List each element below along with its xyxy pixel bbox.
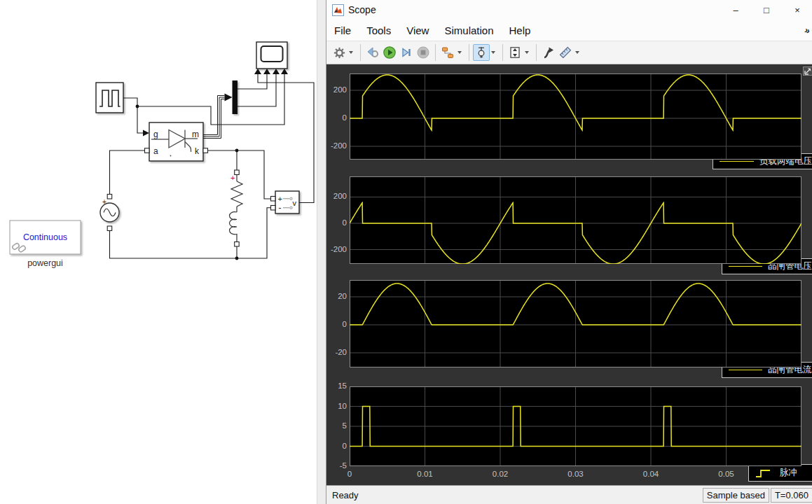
window-title: Scope xyxy=(348,4,376,15)
ac-voltage-source-block[interactable]: + xyxy=(100,195,119,231)
menubar: File Tools View Simulation Help xyxy=(326,20,812,41)
legend-step-icon xyxy=(755,468,773,479)
page: g m a k + xyxy=(0,0,812,504)
scope-plot-3[interactable] xyxy=(350,280,801,368)
legend-line-sample xyxy=(720,161,754,162)
stop-icon[interactable] xyxy=(415,44,432,61)
scope-display-area[interactable]: 负载两端电压 晶闸管电压 晶闸管电流 脉冲 2000-2002000-20020… xyxy=(326,64,812,485)
y-tick-label: 5 xyxy=(326,421,347,430)
legend-line-sample xyxy=(729,370,762,370)
model-pane-edge xyxy=(317,0,326,504)
legend-label: 脉冲 xyxy=(780,467,797,479)
vm-label-minus: - xyxy=(279,203,282,213)
trigger-icon[interactable] xyxy=(473,44,490,61)
y-tick-label: 0 xyxy=(326,320,347,328)
toolbar xyxy=(326,41,812,64)
port-label-k: k xyxy=(195,146,200,156)
measurements-dropdown-arrow[interactable] xyxy=(575,51,579,54)
menu-view[interactable]: View xyxy=(399,22,436,38)
vm-minus-port xyxy=(271,206,276,211)
source-polarity-plus: + xyxy=(102,198,106,206)
simulink-model-canvas[interactable]: g m a k + xyxy=(0,0,326,504)
trigger-dropdown-arrow[interactable] xyxy=(491,51,495,54)
scope-plot-1[interactable] xyxy=(350,74,801,160)
y-tick-label: 0 xyxy=(326,218,347,227)
scope-block[interactable] xyxy=(254,42,288,74)
demux-input-arrow xyxy=(225,94,233,102)
x-tick-label: 0.03 xyxy=(560,470,591,478)
titlebar[interactable]: Scope – □ × xyxy=(326,0,812,20)
legend-line-sample xyxy=(729,266,762,267)
thyristor-block[interactable]: g m a k xyxy=(143,122,208,161)
y-tick-label: 200 xyxy=(326,192,347,200)
powergui-label: powergui xyxy=(27,258,63,268)
rlc-bottom-port xyxy=(235,242,240,247)
vm-label-v: v xyxy=(293,199,297,207)
scope-screen-icon xyxy=(261,46,283,62)
toolbar-separator xyxy=(536,44,537,61)
toolbar-separator xyxy=(360,44,361,61)
run-icon[interactable] xyxy=(381,44,398,61)
y-tick-label: -200 xyxy=(326,141,347,150)
close-button[interactable]: × xyxy=(782,0,812,20)
maximize-button[interactable]: □ xyxy=(751,0,782,20)
x-tick-label: 0.01 xyxy=(410,470,441,478)
menu-tools[interactable]: Tools xyxy=(359,22,399,38)
vm-label-plus: + xyxy=(278,195,282,203)
series-rlc-branch-block[interactable]: + xyxy=(230,170,243,246)
y-tick-label: 0 xyxy=(326,113,347,122)
toolbar-separator xyxy=(502,44,503,61)
menu-file[interactable]: File xyxy=(326,22,359,38)
port-label-g: g xyxy=(153,130,158,139)
y-tick-label: -20 xyxy=(326,348,347,356)
pulse-generator-block[interactable] xyxy=(96,83,123,113)
status-text: Ready xyxy=(332,490,701,500)
status-sim-time: T=0.060 xyxy=(771,488,812,503)
rlc-top-port xyxy=(235,170,240,175)
measurements-ruler-icon[interactable] xyxy=(557,44,574,61)
port-label-m: m xyxy=(192,130,199,139)
y-tick-label: 200 xyxy=(326,85,347,94)
vector-signal-bundle xyxy=(203,96,225,139)
resistor-inductor-icon xyxy=(230,175,243,242)
toolbar-separator xyxy=(435,44,436,61)
y-tick-label: 20 xyxy=(326,292,347,300)
anode-port xyxy=(145,148,150,153)
signal-wires xyxy=(110,74,315,258)
scope-input-ports xyxy=(254,69,288,74)
demux-block[interactable] xyxy=(225,80,238,114)
port-label-a: a xyxy=(153,146,158,156)
menu-simulation[interactable]: Simulation xyxy=(436,22,501,38)
legend-pulse[interactable]: 脉冲 xyxy=(748,464,812,482)
y-tick-label: 10 xyxy=(326,402,347,410)
expand-axes-icon[interactable] xyxy=(803,66,812,76)
step-forward-icon[interactable] xyxy=(398,44,415,61)
gate-input-arrow xyxy=(143,130,149,136)
scope-plot-4[interactable] xyxy=(350,386,801,466)
signal-arrow-icon[interactable] xyxy=(540,44,557,61)
span-axes-icon[interactable] xyxy=(507,44,523,61)
span-dropdown-arrow[interactable] xyxy=(525,51,529,54)
settings-dropdown-arrow[interactable] xyxy=(349,51,353,54)
y-tick-label: -200 xyxy=(326,245,347,253)
scope-plot-2[interactable] xyxy=(350,176,801,264)
y-tick-label: -5 xyxy=(326,461,347,470)
voltage-measurement-block[interactable]: + - v xyxy=(271,191,300,214)
step-back-icon[interactable] xyxy=(364,44,381,61)
toolbar-separator xyxy=(469,44,469,61)
menu-help[interactable]: Help xyxy=(502,22,539,38)
minimize-button[interactable]: – xyxy=(720,0,751,20)
powergui-block[interactable]: Continuous powergui xyxy=(10,220,81,268)
matlab-scope-icon xyxy=(332,4,344,16)
highlight-block-icon[interactable] xyxy=(439,44,456,61)
source-bottom-port xyxy=(107,226,112,231)
vm-plus-port xyxy=(271,197,276,202)
settings-gear-icon[interactable] xyxy=(331,44,347,61)
source-top-port xyxy=(107,195,112,200)
y-tick-label: 0 xyxy=(326,442,347,450)
highlight-block-dropdown-arrow[interactable] xyxy=(457,51,462,54)
y-tick-label: 15 xyxy=(326,382,347,390)
x-tick-label: 0 xyxy=(334,470,365,478)
model-diagram: g m a k + xyxy=(0,0,326,504)
rlc-polarity-plus: + xyxy=(230,174,235,182)
